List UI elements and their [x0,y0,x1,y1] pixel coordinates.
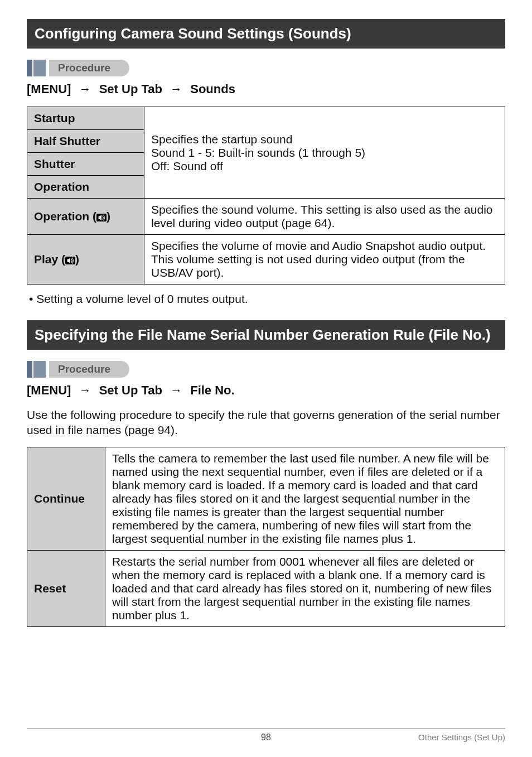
procedure-pill: Procedure [49,60,129,76]
page-footer: 98 Other Settings (Set Up) [27,728,505,742]
footer-rule [27,728,505,729]
procedure-bar-narrow [27,60,32,76]
row-key-operation: Operation [27,176,144,199]
procedure-row-1: Procedure [27,60,505,76]
speaker-icon [96,214,107,221]
label-suffix: ) [75,253,79,266]
menu-path-fileno: [MENU] → Set Up Tab → File No. [27,383,505,398]
menu-token: [MENU] [27,383,71,397]
row-key-play-volume: Play ( ) [27,235,144,285]
section-heading-fileno: Specifying the File Name Serial Number G… [27,320,505,350]
continue-description: Tells the camera to remember the last us… [105,447,505,550]
menu-token: [MENU] [27,82,71,96]
startup-sound-description: Specifies the startup sound Sound 1 - 5:… [144,107,505,199]
procedure-bar-wide [33,361,46,378]
procedure-pill: Procedure [49,361,129,378]
section-heading-sounds: Configuring Camera Sound Settings (Sound… [27,19,505,49]
menu-token: Set Up Tab [99,383,162,397]
menu-path-sounds: [MENU] → Set Up Tab → Sounds [27,82,505,97]
procedure-bar-wide [33,60,46,76]
sounds-table: Startup Specifies the startup sound Soun… [27,107,505,285]
row-key-half-shutter: Half Shutter [27,130,144,153]
operation-volume-description: Specifies the sound volume. This setting… [144,199,505,235]
row-key-shutter: Shutter [27,153,144,176]
procedure-row-2: Procedure [27,361,505,378]
fileno-table: Continue Tells the camera to remember th… [27,447,505,627]
table-row: Operation ( ) Specifies the sound volume… [27,199,505,235]
label-suffix: ) [107,210,110,223]
menu-token: Set Up Tab [99,82,162,96]
play-volume-description: Specifies the volume of movie and Audio … [144,235,505,285]
row-key-operation-volume: Operation ( ) [27,199,144,235]
label-prefix: Play ( [34,253,65,266]
fileno-intro-paragraph: Use the following procedure to specify t… [27,408,505,438]
text-line: Sound 1 - 5: Built-in sounds (1 through … [151,146,498,160]
procedure-bar-narrow [27,361,32,378]
page-number: 98 [261,732,271,742]
text-line: Specifies the startup sound [151,133,498,146]
arrow-icon: → [79,82,91,97]
row-key-continue: Continue [27,447,105,550]
table-row: Continue Tells the camera to remember th… [27,447,505,550]
text-line: Off: Sound off [151,160,498,173]
speaker-icon [65,257,75,264]
label-prefix: Operation ( [34,210,96,223]
row-key-startup: Startup [27,107,144,130]
footer-section-title: Other Settings (Set Up) [418,732,505,742]
row-key-reset: Reset [27,550,105,626]
menu-token: Sounds [190,82,235,96]
reset-description: Restarts the serial number from 0001 whe… [105,550,505,626]
table-row: Play ( ) Specifies the volume of movie a… [27,235,505,285]
table-row: Reset Restarts the serial number from 00… [27,550,505,626]
arrow-icon: → [170,383,182,398]
menu-token: File No. [190,383,234,397]
arrow-icon: → [79,383,91,398]
arrow-icon: → [170,82,182,97]
note-bullet: • Setting a volume level of 0 mutes outp… [29,292,505,306]
table-row: Startup Specifies the startup sound Soun… [27,107,505,130]
